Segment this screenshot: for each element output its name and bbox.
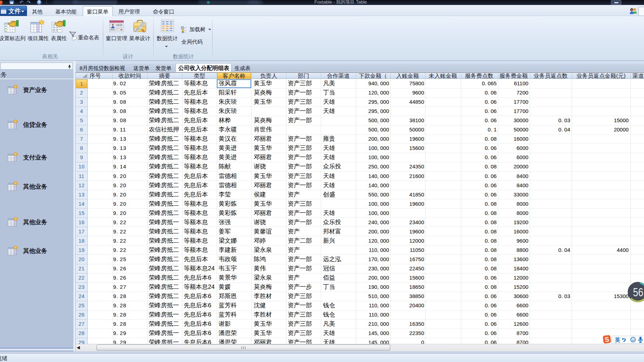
svg-text:S: S <box>604 335 610 343</box>
svg-text:56: 56 <box>633 286 643 299</box>
